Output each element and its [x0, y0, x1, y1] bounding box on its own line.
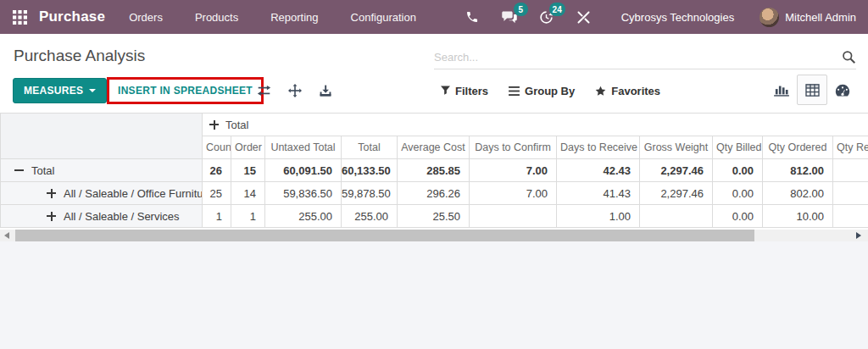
cell[interactable]: 42.43	[557, 159, 640, 182]
menu-configuration[interactable]: Configuration	[351, 11, 416, 24]
cell[interactable]: 0.00	[713, 159, 763, 182]
col-header-gross-weight[interactable]: Gross Weight	[640, 136, 713, 159]
user-menu[interactable]: Mitchell Admin	[760, 8, 856, 27]
content-background	[0, 241, 868, 349]
column-group-total[interactable]: Total	[203, 114, 868, 136]
col-header-qty-ordered[interactable]: Qty Ordered	[763, 136, 833, 159]
cell[interactable]	[470, 205, 557, 228]
messages-icon[interactable]: 5	[501, 8, 518, 25]
cell[interactable]: 60,091.50	[265, 159, 342, 182]
user-name: Mitchell Admin	[785, 11, 856, 24]
row-label-text: All / Saleable / Office Furniture	[64, 187, 203, 200]
cell[interactable]: 0.00	[713, 182, 763, 205]
row-label-total[interactable]: Total	[1, 159, 203, 182]
search-input[interactable]	[434, 51, 842, 64]
company-name[interactable]: Cybrosys Technologies	[621, 11, 734, 24]
expand-column-icon[interactable]	[209, 120, 219, 130]
menu-reporting[interactable]: Reporting	[270, 11, 318, 24]
cell[interactable]: 285.85	[398, 159, 470, 182]
expand-row-icon[interactable]	[47, 189, 56, 198]
cell[interactable]: 0.00	[713, 205, 763, 228]
apps-menu-icon[interactable]	[0, 10, 39, 25]
activities-icon[interactable]: 24	[538, 8, 555, 25]
horizontal-scrollbar[interactable]	[0, 230, 868, 241]
row-label-text: All / Saleable / Services	[64, 210, 180, 223]
pivot-table: Total Count Order Untaxed Total Total Av…	[0, 113, 868, 228]
cell[interactable]	[640, 205, 713, 228]
col-header-average-cost[interactable]: Average Cost	[398, 136, 470, 159]
top-navbar: Purchase Orders Products Reporting Confi…	[0, 0, 868, 34]
cell[interactable]: 15	[231, 159, 265, 182]
cell[interactable]: 26	[203, 159, 231, 182]
cell[interactable]: 25	[203, 182, 231, 205]
cell[interactable]	[833, 205, 868, 228]
menu-products[interactable]: Products	[195, 11, 238, 24]
group-header-row: Total	[1, 114, 868, 136]
cell[interactable]: 60,133.50	[342, 159, 398, 182]
avatar	[760, 8, 779, 27]
view-switcher	[766, 75, 858, 105]
pivot-table-container: Total Count Order Untaxed Total Total Av…	[0, 113, 868, 228]
cell[interactable]	[833, 159, 868, 182]
cell[interactable]: 1.00	[557, 205, 640, 228]
expand-all-icon[interactable]	[287, 84, 302, 98]
tools-icon[interactable]	[576, 8, 593, 25]
col-header-total[interactable]: Total	[342, 136, 398, 159]
scroll-left-icon[interactable]	[4, 232, 9, 239]
main-menu: Orders Products Reporting Configuration	[129, 11, 416, 24]
graph-view-button[interactable]	[766, 75, 797, 105]
row-label-services[interactable]: All / Saleable / Services	[1, 205, 203, 228]
col-header-qty-received[interactable]: Qty Re	[833, 136, 868, 159]
cell[interactable]: 59,878.50	[342, 182, 398, 205]
col-header-qty-billed[interactable]: Qty Billed	[713, 136, 763, 159]
cell[interactable]: 1	[203, 205, 231, 228]
chevron-down-icon	[89, 89, 96, 92]
cell[interactable]: 255.00	[342, 205, 398, 228]
group-by-label: Group By	[525, 85, 575, 97]
filters-button[interactable]: Filters	[441, 85, 488, 97]
insert-in-spreadsheet-button[interactable]: INSERT IN SPREADSHEET	[109, 80, 261, 102]
cell[interactable]: 10.00	[763, 205, 833, 228]
expand-row-icon[interactable]	[47, 212, 56, 221]
cell[interactable]: 1	[231, 205, 265, 228]
cell[interactable]: 25.50	[398, 205, 470, 228]
measures-button[interactable]: MEASURES	[13, 78, 107, 103]
cell[interactable]: 14	[231, 182, 265, 205]
cell[interactable]: 296.26	[398, 182, 470, 205]
cell[interactable]: 59,836.50	[265, 182, 342, 205]
flip-axis-icon[interactable]	[257, 84, 271, 98]
col-header-days-to-confirm[interactable]: Days to Confirm	[470, 136, 557, 159]
table-row: All / Saleable / Office Furniture 25 14 …	[1, 182, 868, 205]
cell[interactable]: 41.43	[557, 182, 640, 205]
cell[interactable]: 802.00	[763, 182, 833, 205]
cell[interactable]	[833, 182, 868, 205]
col-header-order[interactable]: Order	[231, 136, 265, 159]
download-icon[interactable]	[318, 84, 332, 98]
cell[interactable]: 2,297.46	[640, 182, 713, 205]
app-name[interactable]: Purchase	[39, 8, 105, 25]
cell[interactable]: 255.00	[265, 205, 342, 228]
cell[interactable]: 2,297.46	[640, 159, 713, 182]
dashboard-view-button[interactable]	[827, 75, 858, 105]
collapse-row-icon[interactable]	[14, 166, 24, 175]
search-icon[interactable]	[842, 50, 856, 64]
phone-icon[interactable]	[464, 8, 481, 25]
favorites-button[interactable]: Favorites	[595, 85, 660, 97]
row-label-office-furniture[interactable]: All / Saleable / Office Furniture	[1, 182, 203, 205]
col-header-count[interactable]: Count	[203, 136, 231, 159]
col-header-days-to-receive[interactable]: Days to Receive	[557, 136, 640, 159]
star-icon	[595, 86, 606, 97]
search-bar	[434, 45, 856, 69]
menu-orders[interactable]: Orders	[129, 11, 163, 24]
table-row: Total 26 15 60,091.50 60,133.50 285.85 7…	[1, 159, 868, 182]
bar-chart-icon	[774, 83, 789, 97]
cell[interactable]: 812.00	[763, 159, 833, 182]
cell[interactable]: 7.00	[470, 159, 557, 182]
pivot-toolbar	[257, 77, 332, 104]
pivot-view-button[interactable]	[797, 75, 827, 105]
group-by-button[interactable]: Group By	[509, 85, 575, 97]
col-header-untaxed-total[interactable]: Untaxed Total	[265, 136, 342, 159]
scroll-right-icon[interactable]	[856, 232, 861, 239]
scrollbar-thumb[interactable]	[15, 230, 754, 241]
cell[interactable]: 7.00	[470, 182, 557, 205]
